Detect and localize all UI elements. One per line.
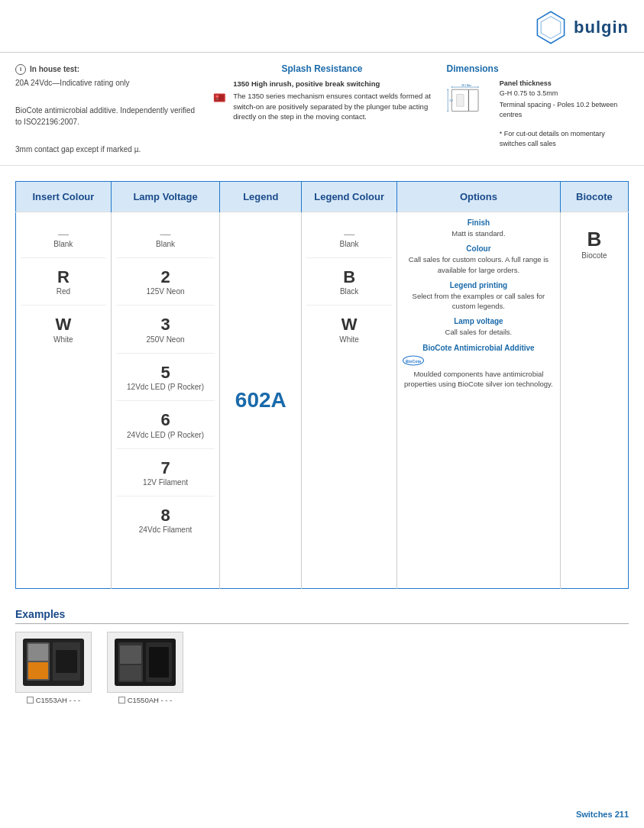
example-item-2: C1550AH - - - <box>107 632 183 704</box>
options-legend-text: Select from the examples or call sales f… <box>402 291 555 312</box>
dimensions-diagram: 2.0 38.1 Max <box>447 79 495 125</box>
svg-rect-30 <box>149 647 169 678</box>
svg-rect-7 <box>468 89 478 111</box>
product-table: Insert Colour Lamp Voltage Legend Legend… <box>15 181 629 589</box>
svg-rect-28 <box>120 665 141 681</box>
splash-resistance-section: Splash Resistance 1350 High inrush, posi… <box>212 63 431 157</box>
example-svg-1 <box>19 635 88 690</box>
splash-image <box>212 79 227 117</box>
dimensions-title: Dimensions <box>447 63 629 74</box>
lamp-6: 6 24Vdc LED (P Rocker) <box>116 401 215 448</box>
lamp-3: 3 250V Neon <box>116 306 215 353</box>
insert-colour-cell: — Blank R Red W White <box>16 212 112 589</box>
splash-title: Splash Resistance <box>212 63 431 74</box>
options-finish-title: Finish <box>402 218 555 227</box>
page-footer: Switches 211 <box>576 810 629 819</box>
header-lamp-voltage: Lamp Voltage <box>111 182 220 212</box>
table-header-row: Insert Colour Lamp Voltage Legend Legend… <box>16 182 629 212</box>
options-cell: Finish Matt is standard. Colour Call sal… <box>397 212 561 589</box>
lamp-7: 7 12V Filament <box>116 449 215 496</box>
options-lamp-title: Lamp voltage <box>402 317 555 325</box>
svg-rect-5 <box>217 99 218 99</box>
svg-marker-1 <box>541 17 561 39</box>
insert-white: W White <box>21 306 106 352</box>
lamp-voltage-cell: — Blank 2 125V Neon 3 250V Neon 5 12Vdc … <box>111 212 220 589</box>
lamp-8: 8 24Vdc Filament <box>116 496 215 543</box>
options-lamp-text: Call sales for details. <box>402 327 555 337</box>
example-checkbox-2 <box>118 697 125 703</box>
header-legend-colour: Legend Colour <box>302 182 397 212</box>
options-colour-text: Call sales for custom colours. A full ra… <box>402 254 555 275</box>
table-row: — Blank R Red W White <box>16 212 629 589</box>
header-insert-colour: Insert Colour <box>16 182 112 212</box>
svg-rect-16 <box>456 95 463 107</box>
example-image-2 <box>107 632 183 693</box>
options-biocote-text: Moulded components have antimicrobial pr… <box>402 369 555 390</box>
biocote-code: B <box>565 228 623 251</box>
svg-rect-22 <box>28 662 48 679</box>
svg-rect-24 <box>56 650 77 673</box>
examples-title: Examples <box>15 608 629 624</box>
insert-red: R Red <box>21 258 106 306</box>
options-biocote-title: BioCote Antimicrobial Additive <box>402 344 555 352</box>
header-options: Options <box>397 182 561 212</box>
page-header: bulgin <box>0 0 644 53</box>
legend-colour-cell: — Blank B Black W White <box>302 212 397 589</box>
dimensions-text: Panel thickness G-H 0.75 to 3.5mm Termin… <box>500 79 629 148</box>
options-legend-title: Legend printing <box>402 281 555 289</box>
legend-cell: 602A <box>220 212 302 589</box>
legend-colour-white: W White <box>306 306 392 352</box>
lamp-5: 5 12Vdc LED (P Rocker) <box>116 354 215 401</box>
page-number: Switches 211 <box>576 810 629 819</box>
biocote-cell: B Biocote <box>560 212 628 589</box>
examples-row: C1553AH - - - C1550AH - - - <box>15 632 629 704</box>
svg-text:BioCote: BioCote <box>406 358 421 363</box>
main-content: Insert Colour Lamp Voltage Legend Legend… <box>0 166 644 597</box>
svg-rect-21 <box>28 644 48 661</box>
header-legend: Legend <box>220 182 302 212</box>
splash-content: 1350 High inrush, positive break switchi… <box>212 79 431 121</box>
lamp-2: 2 125V Neon <box>116 258 215 306</box>
svg-text:2.0: 2.0 <box>449 99 453 102</box>
splash-text: 1350 High inrush, positive break switchi… <box>233 79 431 121</box>
legend-colour-blank: — Blank <box>306 218 392 258</box>
lamp-blank: — Blank <box>116 218 215 258</box>
examples-section: Examples C1553AH - - - <box>0 600 644 712</box>
example-checkbox-1 <box>27 697 34 703</box>
logo-icon <box>532 9 569 46</box>
dimensions-content: 2.0 38.1 Max Panel thickness G-H 0.75 to… <box>447 79 629 148</box>
options-finish-text: Matt is standard. <box>402 228 555 238</box>
insert-blank: — Blank <box>21 218 106 258</box>
top-info-section: i In house test: 20A 24Vdc—Indicative ra… <box>0 53 644 166</box>
in-house-section: i In house test: 20A 24Vdc—Indicative ra… <box>15 63 197 157</box>
svg-rect-27 <box>120 645 141 664</box>
dimensions-section: Dimensions 2.0 38.1 Max <box>447 63 629 157</box>
legend-colour-black: B Black <box>306 258 392 306</box>
options-colour-title: Colour <box>402 244 555 253</box>
in-house-icon: i <box>15 64 26 75</box>
svg-rect-4 <box>216 95 219 98</box>
example-svg-2 <box>111 635 180 690</box>
svg-text:38.1 Max: 38.1 Max <box>461 84 471 87</box>
example-item-1: C1553AH - - - <box>15 632 92 704</box>
in-house-label: i In house test: <box>15 63 197 75</box>
example-label-2: C1550AH - - - <box>107 696 183 704</box>
logo-text: bulgin <box>574 18 629 37</box>
example-image-1 <box>15 632 92 693</box>
biocote-logo-icon: BioCote <box>402 354 425 367</box>
example-label-1: C1553AH - - - <box>15 696 92 704</box>
header-biocote: Biocote <box>560 182 628 212</box>
biocote-label: Biocote <box>565 251 623 260</box>
logo-area: bulgin <box>532 9 629 46</box>
